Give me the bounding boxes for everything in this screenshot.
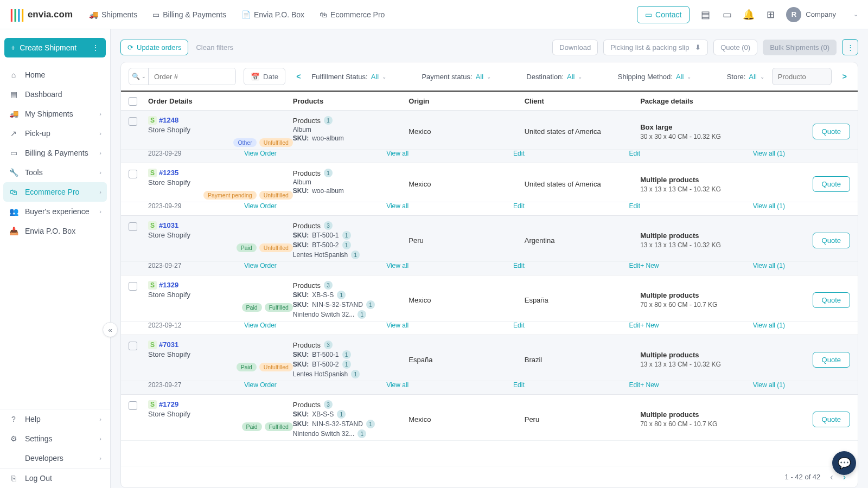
logo[interactable]: |||| envia.com xyxy=(10,7,73,22)
store-name: Store Shopify xyxy=(148,350,293,358)
view-all-packages-link[interactable]: View all (1) xyxy=(753,150,785,157)
row-checkbox[interactable] xyxy=(129,282,137,291)
collapse-sidebar-button[interactable]: « xyxy=(103,322,118,337)
products-count: 1 xyxy=(324,169,333,177)
apps-grid-icon[interactable]: ⊞ xyxy=(764,9,776,21)
bell-icon[interactable]: 🔔 xyxy=(743,9,755,21)
new-package-link[interactable]: + New xyxy=(640,381,659,389)
download-button[interactable]: Download xyxy=(552,40,598,55)
clean-filters-button[interactable]: Clean filters xyxy=(196,43,233,52)
view-all-packages-link[interactable]: View all (1) xyxy=(753,381,785,389)
scroll-right-button[interactable]: > xyxy=(839,72,850,81)
edit-client-link[interactable]: Edit xyxy=(629,150,640,157)
edit-client-link[interactable]: Edit xyxy=(629,262,640,269)
sidebar-item-home[interactable]: ⌂Home xyxy=(0,65,110,85)
row-checkbox[interactable] xyxy=(129,401,137,410)
view-order-link[interactable]: View Order xyxy=(244,262,277,269)
view-all-products-link[interactable]: View all xyxy=(386,150,409,157)
filter-store-[interactable]: Store:All⌄ xyxy=(727,73,764,81)
edit-client-link[interactable]: Edit xyxy=(629,322,640,329)
sidebar-item-ecommerce-pro[interactable]: 🛍Ecommerce Pro› xyxy=(3,182,107,202)
view-all-products-link[interactable]: View all xyxy=(386,262,409,269)
order-id-link[interactable]: #1729 xyxy=(159,400,178,408)
date-filter-button[interactable]: 📅 Date xyxy=(244,68,285,85)
quote-button[interactable]: Quote xyxy=(813,352,850,368)
quote-button[interactable]: Quote xyxy=(813,176,850,192)
view-order-link[interactable]: View Order xyxy=(244,150,277,157)
view-all-packages-link[interactable]: View all (1) xyxy=(753,202,785,210)
scroll-left-button[interactable]: < xyxy=(293,72,304,81)
quote-bulk-button[interactable]: Quote (0) xyxy=(713,40,757,55)
sidebar-item-pick-up[interactable]: ↗Pick-up› xyxy=(0,124,110,143)
sidebar-item-help[interactable]: ?Help› xyxy=(0,409,110,429)
view-all-products-link[interactable]: View all xyxy=(386,381,409,389)
edit-origin-link[interactable]: Edit xyxy=(513,202,525,210)
quote-button[interactable]: Quote xyxy=(813,233,850,248)
quote-button[interactable]: Quote xyxy=(813,292,850,308)
user-menu[interactable]: R Company ⌄ xyxy=(786,7,858,22)
edit-origin-link[interactable]: Edit xyxy=(513,322,525,329)
order-id-link[interactable]: #1235 xyxy=(159,169,178,177)
view-order-link[interactable]: View Order xyxy=(244,202,277,210)
filter-fulfillment-status-[interactable]: Fulfillment Status:All⌄ xyxy=(311,73,386,81)
view-all-products-link[interactable]: View all xyxy=(386,322,409,329)
sidebar-item-dashboard[interactable]: ▤Dashboard xyxy=(0,85,110,104)
view-all-packages-link[interactable]: View all (1) xyxy=(753,322,785,329)
chevron-down-icon: ⌄ xyxy=(382,74,386,80)
sidebar-item-my-shipments[interactable]: 🚚My Shipments› xyxy=(0,104,110,124)
new-package-link[interactable]: + New xyxy=(640,262,659,269)
sidebar-item-tools[interactable]: 🔧Tools› xyxy=(0,163,110,182)
row-checkbox[interactable] xyxy=(129,222,137,231)
row-checkbox[interactable] xyxy=(129,342,137,350)
more-actions-button[interactable]: ⋮ xyxy=(842,39,858,55)
row-checkbox[interactable] xyxy=(129,117,137,126)
topnav-item-shipments[interactable]: 🚚Shipments xyxy=(89,10,137,19)
edit-client-link[interactable]: Edit xyxy=(629,381,640,389)
wallet-icon[interactable]: ▭ xyxy=(721,9,733,21)
status-badge: Payment pending xyxy=(203,191,257,200)
row-checkbox[interactable] xyxy=(129,170,137,178)
sidebar-item-envia-p-o-box[interactable]: 📥Envia P.O. Box xyxy=(0,221,110,241)
view-order-link[interactable]: View Order xyxy=(244,322,277,329)
prev-page-button[interactable]: ‹ xyxy=(830,472,833,482)
product-filter-input[interactable] xyxy=(772,68,832,85)
picking-list-button[interactable]: Picking list & packing slip ⬇ xyxy=(603,40,708,55)
contact-button[interactable]: ▭ Contact xyxy=(637,6,690,23)
sidebar-item-buyer-s-experience[interactable]: 👥Buyer's experience› xyxy=(0,202,110,221)
select-all-checkbox[interactable] xyxy=(129,97,137,106)
edit-client-link[interactable]: Edit xyxy=(629,202,640,210)
order-id-link[interactable]: #7031 xyxy=(159,341,178,349)
update-orders-button[interactable]: ⟳ Update orders xyxy=(120,40,188,55)
quote-button[interactable]: Quote xyxy=(813,124,850,139)
topnav-item-billing-payments[interactable]: ▭Billing & Payments xyxy=(152,10,226,19)
order-id-link[interactable]: #1031 xyxy=(159,221,178,229)
sidebar-item-label: Pick-up xyxy=(25,129,50,138)
create-shipment-button[interactable]: + Create Shipment ⋮ xyxy=(4,38,106,57)
sidebar-item-developers[interactable]: Developers› xyxy=(0,448,110,468)
calculator-icon[interactable]: ▤ xyxy=(699,9,711,21)
order-id-link[interactable]: #1329 xyxy=(159,281,178,289)
view-order-link[interactable]: View Order xyxy=(244,381,277,389)
filter-destination-[interactable]: Destination:All⌄ xyxy=(526,73,582,81)
sidebar-item-settings[interactable]: ⚙Settings› xyxy=(0,429,110,448)
sidebar-item-billing-payments[interactable]: ▭Billing & Payments› xyxy=(0,143,110,163)
shopify-icon: S xyxy=(148,400,157,409)
filter-payment-status-[interactable]: Payment status:All⌄ xyxy=(422,73,491,81)
search-type-select[interactable]: 🔍⌄ xyxy=(129,68,149,85)
view-all-packages-link[interactable]: View all (1) xyxy=(753,262,785,269)
view-all-products-link[interactable]: View all xyxy=(386,202,409,210)
edit-origin-link[interactable]: Edit xyxy=(513,262,525,269)
filter-shipping-method-[interactable]: Shipping Method:All⌄ xyxy=(618,73,692,81)
sidebar-logout[interactable]: ⎘ Log Out xyxy=(0,468,110,488)
chat-button[interactable]: 💬 xyxy=(832,451,856,475)
quote-button[interactable]: Quote xyxy=(813,412,850,427)
edit-origin-link[interactable]: Edit xyxy=(513,150,525,157)
edit-origin-link[interactable]: Edit xyxy=(513,381,525,389)
topnav-item-envia-p-o-box[interactable]: 📄Envia P.O. Box xyxy=(241,10,304,19)
order-search-input[interactable] xyxy=(149,68,235,85)
new-package-link[interactable]: + New xyxy=(640,322,659,329)
topnav-item-ecommerce-pro[interactable]: 🛍Ecommerce Pro xyxy=(320,10,385,19)
bulk-shipments-button[interactable]: Bulk Shipments (0) xyxy=(763,40,837,55)
more-icon[interactable]: ⋮ xyxy=(92,43,99,52)
order-id-link[interactable]: #1248 xyxy=(159,116,178,124)
